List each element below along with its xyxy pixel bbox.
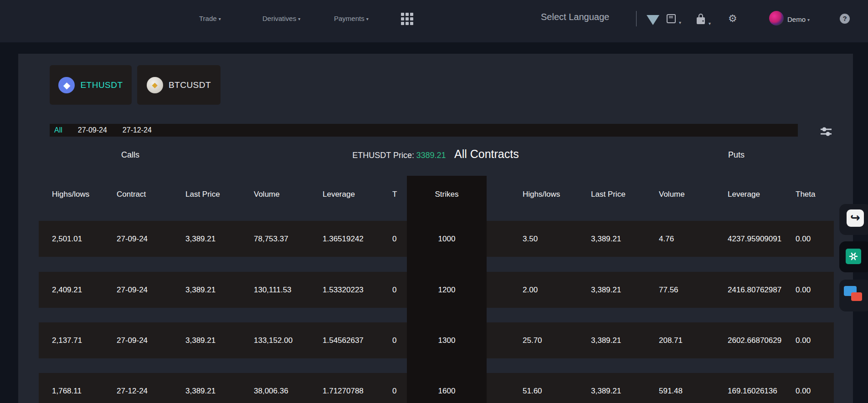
col-header: Leverage	[323, 190, 392, 199]
cell-theta: 0	[392, 286, 407, 295]
col-header: T	[392, 190, 407, 199]
cell-theta: 0.00	[796, 286, 834, 295]
cell-theta: 0.00	[796, 387, 834, 396]
avatar[interactable]	[769, 11, 784, 26]
nav-divider	[636, 11, 637, 26]
chat-button[interactable]	[844, 286, 865, 305]
cell-leverage: 1.53320223	[323, 286, 392, 295]
options-trading-screen: Trade▾ Derivatives▾ Payments▾ Select Lan…	[0, 0, 868, 403]
share-button[interactable]: ↪	[847, 209, 864, 227]
col-header: Leverage	[728, 190, 796, 199]
chevron-down-icon: ▾	[807, 17, 810, 22]
chevron-down-icon: ▾	[219, 16, 221, 21]
col-header: Contract	[117, 190, 185, 199]
puts-title: Puts	[728, 150, 745, 160]
expiry-tab-all[interactable]: All	[54, 126, 62, 134]
wallet-icon[interactable]: ▾	[695, 14, 711, 27]
share-widget: ↪	[839, 204, 868, 235]
chevron-down-icon: ▾	[709, 21, 711, 26]
cell-volume: 77.56	[659, 286, 728, 295]
puts-headers: Highs/lows Last Price Volume Leverage Th…	[487, 190, 833, 199]
calls-title: Calls	[121, 150, 139, 160]
cell-volume: 130,111.53	[254, 286, 323, 295]
assistant-widget	[839, 241, 868, 272]
cell-highs: 51.60	[523, 387, 591, 396]
strike-value: 1200	[407, 286, 487, 295]
apps-grid-icon[interactable]	[401, 13, 414, 26]
orders-book-icon[interactable]: ▾	[665, 14, 681, 26]
col-header: Last Price	[185, 190, 254, 199]
strikes-header: Strikes	[407, 190, 487, 199]
cell-leverage: 1.54562637	[323, 336, 392, 345]
cell-leverage: 1.36519242	[323, 235, 392, 244]
gear-icon[interactable]: ⚙	[728, 13, 737, 25]
tab-btcusdt[interactable]: ◆ BTCUSDT	[137, 65, 221, 105]
strike-value: 1600	[407, 387, 487, 396]
select-language[interactable]: Select Language	[541, 12, 609, 22]
openai-icon	[848, 251, 859, 262]
options-chain-panel: ◆ ETHUSDT ◆ BTCUSDT All 27-09-24 27-12-2…	[18, 54, 853, 403]
strike-value: 1300	[407, 336, 487, 345]
cell-theta: 0.00	[796, 235, 834, 244]
col-header: Theta	[796, 190, 833, 199]
col-header: Highs/lows	[52, 190, 117, 199]
cell-volume: 78,753.37	[254, 235, 323, 244]
col-header: Highs/lows	[523, 190, 591, 199]
cell-leverage: 2416.80762987	[728, 286, 796, 295]
cell-contract: 27-09-24	[117, 286, 185, 295]
cell-last: 3,389.21	[185, 235, 254, 244]
tab-ethusdt[interactable]: ◆ ETHUSDT	[50, 65, 132, 105]
expiry-tab-27-09-24[interactable]: 27-09-24	[78, 126, 107, 134]
cell-volume: 591.48	[659, 387, 728, 396]
cell-last: 3,389.21	[591, 235, 659, 244]
all-contracts-title: All Contracts	[454, 148, 519, 160]
cell-volume: 133,152.00	[254, 336, 323, 345]
col-header: Volume	[659, 190, 728, 199]
cell-highs: 2,137.71	[52, 336, 117, 345]
cell-highs: 3.50	[523, 235, 591, 244]
user-menu[interactable]: Demo▾	[787, 15, 810, 23]
cell-leverage: 169.16026136	[728, 387, 796, 396]
cell-theta: 0	[392, 387, 407, 396]
help-icon[interactable]: ?	[840, 14, 850, 24]
nav-trade[interactable]: Trade▾	[199, 15, 221, 22]
chat-widget	[839, 280, 868, 311]
chevron-down-icon: ▾	[298, 16, 300, 21]
cell-last: 3,389.21	[591, 336, 659, 345]
cell-theta: 0	[392, 235, 407, 244]
nav-derivatives[interactable]: Derivatives▾	[262, 15, 300, 22]
cell-last: 3,389.21	[185, 387, 254, 396]
asset-label: ETHUSDT	[80, 80, 123, 90]
cell-highs: 25.70	[523, 336, 591, 345]
cell-last: 3,389.21	[185, 336, 254, 345]
cell-last: 3,389.21	[185, 286, 254, 295]
cell-contract: 27-09-24	[117, 235, 185, 244]
cell-highs: 1,768.11	[52, 387, 117, 396]
chat-bubble-icon	[851, 292, 862, 301]
language-flag-icon[interactable]	[647, 15, 659, 25]
expiry-tabs-bar: All 27-09-24 27-12-24	[50, 124, 798, 137]
strike-value: 1000	[407, 235, 487, 244]
expiry-tab-27-12-24[interactable]: 27-12-24	[123, 126, 152, 134]
price-value: 3389.21	[416, 151, 446, 160]
cell-leverage: 4237.95909091	[728, 235, 796, 244]
eth-icon: ◆	[58, 77, 75, 93]
cell-leverage: 1.71270788	[323, 387, 392, 396]
cell-highs: 2,501.01	[52, 235, 117, 244]
cell-highs: 2,409.21	[52, 286, 117, 295]
cell-leverage: 2602.66870629	[728, 336, 796, 345]
openai-button[interactable]	[846, 249, 861, 264]
asset-label: BTCUSDT	[169, 80, 211, 90]
cell-contract: 27-09-24	[117, 336, 185, 345]
cell-last: 3,389.21	[591, 387, 659, 396]
cell-volume: 38,006.36	[254, 387, 323, 396]
strikes-column: Strikes 1000 1200 1300 1600	[407, 176, 487, 403]
nav-payments[interactable]: Payments▾	[334, 15, 369, 22]
cell-last: 3,389.21	[591, 286, 659, 295]
price-label: ETHUSDT Price:	[352, 151, 414, 160]
cell-highs: 2.00	[523, 286, 591, 295]
col-header: Last Price	[591, 190, 659, 199]
cell-volume: 4.76	[659, 235, 728, 244]
btc-icon: ◆	[147, 77, 163, 93]
filter-sliders-icon[interactable]	[820, 127, 832, 137]
